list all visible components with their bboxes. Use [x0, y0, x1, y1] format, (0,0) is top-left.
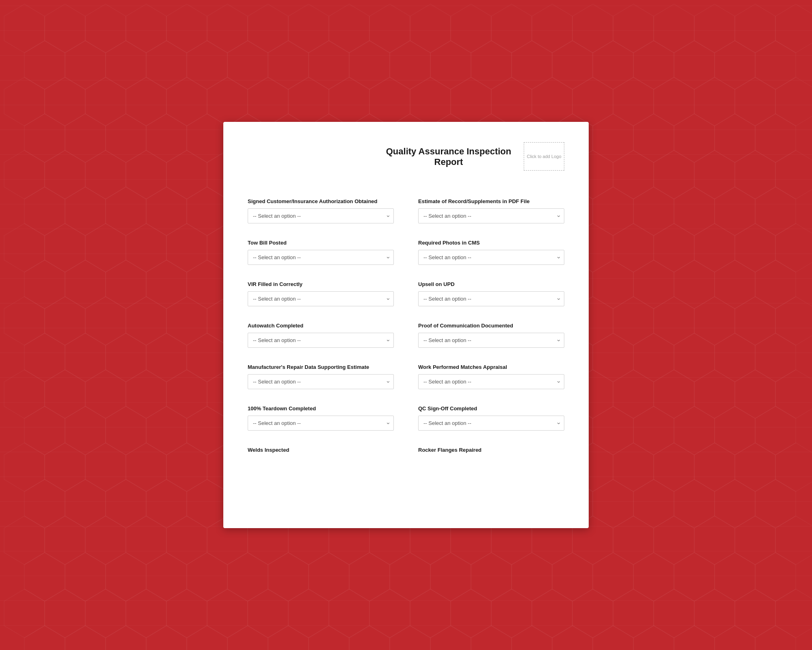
svg-marker-343: [471, 626, 512, 650]
svg-marker-214: [775, 370, 812, 418]
svg-marker-301: [349, 552, 390, 601]
svg-marker-238: [166, 443, 207, 492]
field-select-6[interactable]: -- Select an option --: [418, 291, 564, 306]
svg-marker-338: [268, 626, 309, 650]
svg-marker-307: [593, 552, 633, 601]
svg-marker-139: [106, 260, 146, 309]
svg-marker-237: [126, 443, 166, 492]
svg-marker-230: [633, 406, 674, 455]
svg-marker-58: [775, 77, 812, 126]
field-label-6: Upsell on UPD: [418, 281, 564, 287]
field-label-8: Proof of Communication Documented: [418, 323, 564, 329]
select-wrapper-3: -- Select an option --: [248, 250, 394, 265]
svg-marker-249: [613, 443, 654, 492]
field-select-5[interactable]: -- Select an option --: [248, 291, 394, 306]
svg-marker-199: [166, 370, 207, 418]
svg-marker-313: [45, 589, 85, 638]
svg-marker-28: [349, 41, 390, 89]
svg-marker-95: [694, 150, 735, 199]
field-select-10[interactable]: -- Select an option --: [418, 374, 564, 389]
svg-marker-179: [146, 333, 187, 382]
svg-marker-14: [572, 4, 613, 53]
field-label-14: Rocker Flanges Repaired: [418, 447, 564, 453]
svg-marker-250: [654, 443, 694, 492]
svg-marker-195: [4, 370, 45, 418]
svg-marker-33: [552, 41, 593, 89]
svg-marker-177: [65, 333, 106, 382]
logo-placeholder[interactable]: Click to add Logo: [524, 142, 564, 171]
svg-marker-98: [24, 187, 65, 236]
field-select-3[interactable]: -- Select an option --: [248, 250, 394, 265]
svg-marker-155: [755, 260, 796, 309]
svg-marker-6: [248, 4, 288, 53]
svg-marker-311: [755, 552, 796, 601]
svg-marker-320: [329, 589, 369, 638]
field-select-8[interactable]: -- Select an option --: [418, 333, 564, 348]
field-select-2[interactable]: -- Select an option --: [418, 208, 564, 223]
svg-marker-116: [755, 187, 796, 236]
svg-marker-117: [4, 223, 45, 272]
svg-marker-289: [654, 516, 694, 565]
svg-marker-314: [85, 589, 126, 638]
svg-marker-102: [187, 187, 227, 236]
svg-marker-217: [106, 406, 146, 455]
form-field-2: Estimate of Record/Supplements in PDF Fi…: [406, 191, 564, 232]
svg-marker-234: [4, 443, 45, 492]
form-field-6: Upsell on UPD -- Select an option --: [406, 274, 564, 315]
field-select-11[interactable]: -- Select an option --: [248, 416, 394, 431]
svg-marker-292: [775, 516, 812, 565]
svg-marker-73: [593, 114, 633, 162]
svg-marker-112: [593, 187, 633, 236]
field-label-12: QC Sign-Off Completed: [418, 405, 564, 412]
svg-marker-63: [187, 114, 227, 162]
svg-marker-60: [65, 114, 106, 162]
select-wrapper-7: -- Select an option --: [248, 333, 394, 348]
svg-marker-348: [674, 626, 715, 650]
svg-marker-254: [24, 479, 65, 528]
field-label-5: VIR Filled in Correctly: [248, 281, 394, 287]
field-select-4[interactable]: -- Select an option --: [418, 250, 564, 265]
svg-marker-159: [126, 297, 166, 345]
svg-marker-3: [126, 4, 166, 53]
select-wrapper-5: -- Select an option --: [248, 291, 394, 306]
svg-marker-302: [390, 552, 430, 601]
svg-marker-17: [694, 4, 735, 53]
svg-marker-43: [166, 77, 207, 126]
svg-marker-38: [755, 41, 796, 89]
svg-marker-213: [735, 370, 775, 418]
svg-marker-309: [674, 552, 715, 601]
field-select-1[interactable]: -- Select an option --: [248, 208, 394, 223]
svg-marker-15: [613, 4, 654, 53]
select-wrapper-4: -- Select an option --: [418, 250, 564, 265]
svg-marker-82: [166, 150, 207, 199]
field-select-7[interactable]: -- Select an option --: [248, 333, 394, 348]
svg-marker-30: [430, 41, 471, 89]
select-wrapper-12: -- Select an option --: [418, 416, 564, 431]
svg-marker-42: [126, 77, 166, 126]
svg-marker-323: [451, 589, 491, 638]
svg-marker-176: [24, 333, 65, 382]
svg-marker-327: [613, 589, 654, 638]
svg-marker-210: [613, 370, 654, 418]
svg-marker-253: [775, 443, 812, 492]
svg-marker-8: [329, 4, 369, 53]
svg-marker-156: [4, 297, 45, 345]
svg-marker-328: [654, 589, 694, 638]
form-header: Quality Assurance Inspection Report Clic…: [248, 142, 564, 171]
svg-marker-251: [694, 443, 735, 492]
svg-marker-175: [775, 297, 812, 345]
field-label-9: Manufacturer's Repair Data Supporting Es…: [248, 364, 394, 370]
svg-marker-318: [248, 589, 288, 638]
svg-marker-191: [633, 333, 674, 382]
svg-marker-99: [65, 187, 106, 236]
svg-marker-12: [491, 4, 532, 53]
svg-marker-114: [674, 187, 715, 236]
field-select-12[interactable]: -- Select an option --: [418, 416, 564, 431]
svg-marker-121: [166, 223, 207, 272]
svg-marker-194: [755, 333, 796, 382]
svg-marker-79: [45, 150, 85, 199]
svg-marker-96: [735, 150, 775, 199]
field-select-9[interactable]: -- Select an option --: [248, 374, 394, 389]
field-label-3: Tow Bill Posted: [248, 240, 394, 246]
svg-marker-160: [166, 297, 207, 345]
